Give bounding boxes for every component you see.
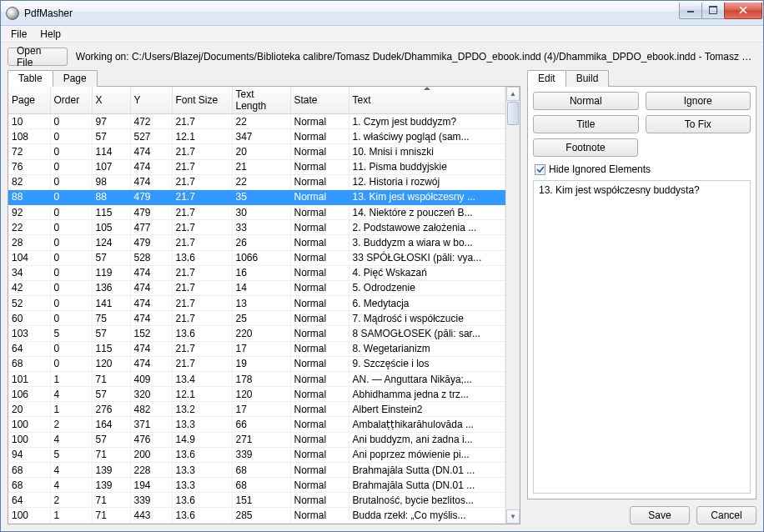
table-row[interactable]: 10805752712.1347Normal1. właściwy pogląd… bbox=[8, 129, 505, 144]
table-row[interactable]: 10355715213.6220Normal8 SAMOGŁOSEK (pāli… bbox=[8, 326, 505, 341]
cell-y: 409 bbox=[130, 371, 172, 386]
cell-text: Ani buddyzm, ani żadna i... bbox=[349, 432, 505, 447]
col-x[interactable]: X bbox=[92, 87, 130, 114]
cell-fs: 13.3 bbox=[172, 478, 232, 493]
table-row[interactable]: 10045747614.9271NormalAni buddyzm, ani ż… bbox=[8, 432, 505, 447]
cell-text: Brahmajāla Sutta (DN.01 ... bbox=[349, 462, 505, 477]
table-row[interactable]: 64011547421.717Normal8. Wegetarianizm bbox=[8, 341, 505, 356]
cell-y: 479 bbox=[130, 189, 172, 204]
table-row[interactable]: 9457120013.6339NormalAni poprzez mówieni… bbox=[8, 447, 505, 462]
cell-tl: 25 bbox=[232, 311, 290, 326]
cell-text: 33 SPÓŁGŁOSKI (pāli: vya... bbox=[349, 250, 505, 265]
cell-fs: 12.1 bbox=[172, 129, 232, 144]
table-row[interactable]: 68012047421.719Normal9. Szczęście i los bbox=[8, 356, 505, 371]
table-row[interactable]: 10117140913.4178NormalAN. — Anguttara Ni… bbox=[8, 371, 505, 386]
cell-tl: 271 bbox=[232, 432, 290, 447]
table-row[interactable]: 20127648213.217NormalAlbert Einstein2 bbox=[8, 402, 505, 417]
cell-y: 472 bbox=[130, 114, 172, 129]
tab-edit[interactable]: Edit bbox=[527, 70, 566, 87]
cell-tl: 151 bbox=[232, 493, 290, 508]
save-button[interactable]: Save bbox=[630, 506, 690, 524]
hide-ignored-checkbox[interactable] bbox=[535, 164, 545, 175]
cell-order: 4 bbox=[50, 387, 92, 402]
table-row[interactable]: 10405752813.61066Normal33 SPÓŁGŁOSKI (pā… bbox=[8, 250, 505, 265]
ignore-button[interactable]: Ignore bbox=[646, 92, 751, 110]
maximize-button[interactable] bbox=[701, 3, 725, 19]
cell-x: 136 bbox=[92, 280, 130, 295]
cell-order: 0 bbox=[50, 129, 92, 144]
cell-order: 2 bbox=[50, 417, 92, 432]
col-state[interactable]: State bbox=[290, 87, 349, 114]
title-button[interactable]: Title bbox=[533, 115, 639, 133]
app-icon bbox=[6, 7, 19, 20]
cell-tl: 1066 bbox=[232, 250, 290, 265]
table-row[interactable]: 52014147421.713Normal6. Medytacja bbox=[8, 296, 505, 311]
cell-x: 57 bbox=[92, 387, 130, 402]
scroll-up-button[interactable]: ▲ bbox=[506, 87, 520, 101]
cell-text: 8. Wegetarianizm bbox=[349, 341, 505, 356]
app-window: PdfMasher File Help Open File Working on… bbox=[0, 0, 764, 532]
table-row[interactable]: 6007547421.725Normal7. Mądrość i współcz… bbox=[8, 311, 505, 326]
cell-page: 100 bbox=[8, 508, 50, 524]
cell-page: 42 bbox=[8, 280, 50, 295]
scroll-down-button[interactable]: ▼ bbox=[506, 509, 520, 524]
table-row[interactable]: 1009747221.722Normal1. Czym jest buddyzm… bbox=[8, 114, 505, 129]
table-row[interactable]: 68413922813.368NormalBrahmajāla Sutta (D… bbox=[8, 462, 505, 477]
cell-fs: 13.3 bbox=[172, 417, 232, 432]
table-row[interactable]: 34011947421.716Normal4. Pięć Wskazań bbox=[8, 265, 505, 280]
table-row[interactable]: 28012447921.726Normal3. Buddyzm a wiara … bbox=[8, 235, 505, 250]
element-text-input[interactable] bbox=[533, 180, 751, 494]
table-row[interactable]: 42013647421.714Normal5. Odrodzenie bbox=[8, 280, 505, 295]
cell-state: Normal bbox=[290, 114, 349, 129]
cell-x: 57 bbox=[92, 326, 130, 341]
cell-state: Normal bbox=[290, 447, 349, 462]
col-fontsize[interactable]: Font Size bbox=[172, 87, 232, 114]
cell-order: 0 bbox=[50, 144, 92, 159]
elements-table[interactable]: Page Order X Y Font Size Text Length Sta… bbox=[8, 87, 505, 524]
col-order[interactable]: Order bbox=[50, 87, 92, 114]
table-row[interactable]: 10017144313.6285NormalBudda rzekł: „Co m… bbox=[8, 508, 505, 524]
cell-text: Ani poprzez mówienie pi... bbox=[349, 447, 505, 462]
tab-table[interactable]: Table bbox=[8, 70, 53, 87]
col-page[interactable]: Page bbox=[8, 87, 50, 114]
cell-tl: 339 bbox=[232, 447, 290, 462]
cell-text: 2. Podstawowe założenia ... bbox=[349, 220, 505, 235]
open-file-button[interactable]: Open File bbox=[8, 48, 68, 66]
table-row[interactable]: 6427133913.6151NormalBrutalność, bycie b… bbox=[8, 493, 505, 508]
col-y[interactable]: Y bbox=[130, 87, 172, 114]
menu-help[interactable]: Help bbox=[33, 28, 68, 41]
table-row[interactable]: 8209847421.722Normal12. Historia i rozwó… bbox=[8, 174, 505, 189]
close-button[interactable] bbox=[724, 3, 762, 19]
cell-order: 2 bbox=[50, 493, 92, 508]
col-text[interactable]: Text bbox=[349, 87, 505, 114]
cell-y: 479 bbox=[130, 235, 172, 250]
table-row[interactable]: 8808847921.735Normal13. Kim jest współcz… bbox=[8, 189, 505, 204]
table-row[interactable]: 68413919413.368NormalBrahmajāla Sutta (D… bbox=[8, 478, 505, 493]
cell-x: 57 bbox=[92, 129, 130, 144]
footnote-button[interactable]: Footnote bbox=[533, 138, 638, 157]
table-row[interactable]: 92011547921.730Normal14. Niektóre z pouc… bbox=[8, 205, 505, 220]
table-row[interactable]: 22010547721.733Normal2. Podstawowe założ… bbox=[8, 220, 505, 235]
cell-page: 92 bbox=[8, 205, 50, 220]
col-textlength[interactable]: Text Length bbox=[232, 87, 290, 114]
minimize-button[interactable] bbox=[679, 3, 702, 19]
tab-build[interactable]: Build bbox=[565, 70, 610, 87]
tab-page[interactable]: Page bbox=[53, 70, 98, 87]
table-row[interactable]: 10645732012.1120NormalAbhidhamma jedna z… bbox=[8, 387, 505, 402]
table-row[interactable]: 100216437113.366NormalAmbalaṭṭhikarāhulo… bbox=[8, 417, 505, 432]
table-row[interactable]: 72011447421.720Normal10. Mnisi i mniszki bbox=[8, 144, 505, 159]
cell-tl: 22 bbox=[232, 114, 290, 129]
cell-x: 71 bbox=[92, 508, 130, 524]
table-row[interactable]: 76010747421.721Normal11. Pisma buddyjski… bbox=[8, 159, 505, 174]
vertical-scrollbar[interactable]: ▲ ▼ bbox=[505, 87, 520, 524]
normal-button[interactable]: Normal bbox=[533, 92, 639, 110]
cell-order: 1 bbox=[50, 402, 92, 417]
menu-file[interactable]: File bbox=[4, 28, 33, 41]
cancel-button[interactable]: Cancel bbox=[696, 506, 756, 524]
cell-fs: 21.7 bbox=[172, 189, 232, 204]
scroll-thumb[interactable] bbox=[507, 102, 519, 125]
tofix-button[interactable]: To Fix bbox=[646, 115, 751, 133]
cell-y: 477 bbox=[130, 220, 172, 235]
cell-page: 68 bbox=[8, 478, 50, 493]
cell-text: AN. — Anguttara Nikāya;... bbox=[349, 371, 505, 386]
